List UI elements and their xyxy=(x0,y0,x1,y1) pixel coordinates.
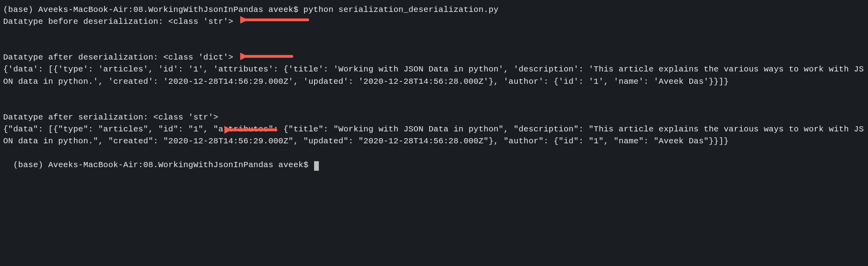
terminal-output-json-content: {"data": [{"type": "articles", "id": "1"… xyxy=(3,123,865,147)
terminal-command-line: (base) Aveeks-MacBook-Air:08.WorkingWith… xyxy=(3,4,865,16)
terminal-prompt-text: (base) Aveeks-MacBook-Air:08.WorkingWith… xyxy=(13,160,313,170)
blank-spacer xyxy=(3,88,865,112)
blank-spacer xyxy=(3,28,865,52)
terminal-output-after-serialization: Datatype after serialization: <class 'st… xyxy=(3,112,865,123)
terminal-output-after-deserialization: Datatype after deserialization: <class '… xyxy=(3,52,865,64)
terminal-output-dict-content: {'data': [{'type': 'articles', 'id': '1'… xyxy=(3,64,865,87)
annotation-arrow-1 xyxy=(240,14,312,25)
terminal-prompt-line[interactable]: (base) Aveeks-MacBook-Air:08.WorkingWith… xyxy=(3,147,865,171)
annotation-arrow-3 xyxy=(224,124,280,135)
terminal-output-before-deserialization: Datatype before deserialization: <class … xyxy=(3,16,865,28)
terminal-cursor xyxy=(314,161,319,171)
annotation-arrow-2 xyxy=(240,51,296,62)
